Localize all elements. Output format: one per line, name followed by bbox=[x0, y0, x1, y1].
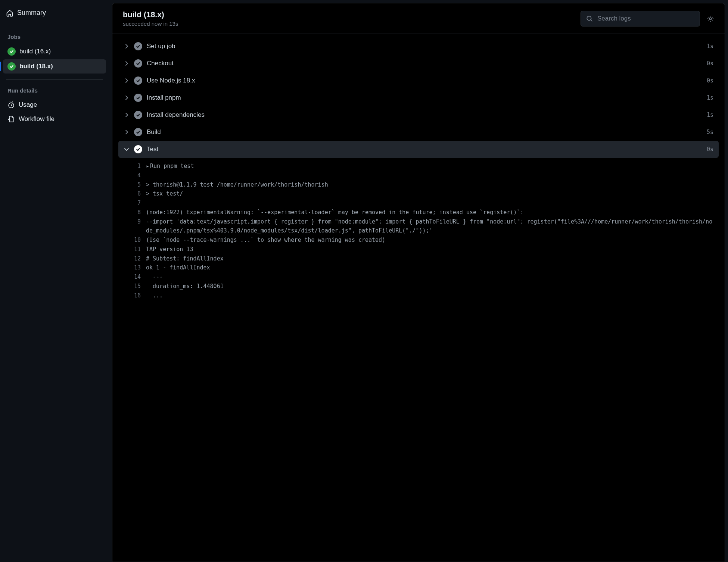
step-name: Build bbox=[147, 128, 702, 136]
search-icon bbox=[586, 15, 593, 22]
log-line-number: 5 bbox=[118, 180, 146, 190]
step-name: Install dependencies bbox=[147, 111, 702, 119]
log-line: 13ok 1 - findAllIndex bbox=[118, 263, 719, 272]
step-name: Install pnpm bbox=[147, 94, 702, 102]
success-icon bbox=[134, 128, 142, 136]
log-line: 1▸Run pnpm test bbox=[118, 162, 719, 171]
log-line: 7 bbox=[118, 199, 719, 208]
rundetails-item-workflow-file[interactable]: Workflow file bbox=[3, 112, 106, 126]
log-line: 14 --- bbox=[118, 272, 719, 282]
success-icon bbox=[7, 47, 16, 56]
log-line-number: 1 bbox=[118, 162, 146, 171]
log-line-text: > tsx test/ bbox=[146, 189, 719, 199]
chevron-right-icon bbox=[124, 43, 130, 49]
workflow-file-icon bbox=[7, 115, 15, 123]
chevron-right-icon bbox=[124, 112, 130, 118]
job-header: build (18.x) succeeded now in 13s bbox=[112, 3, 725, 34]
success-icon bbox=[134, 111, 142, 119]
sidebar-job-build-18-x-[interactable]: build (18.x) bbox=[3, 59, 106, 74]
log-line-text: TAP version 13 bbox=[146, 245, 719, 254]
chevron-right-icon bbox=[124, 60, 130, 66]
sidebar-item-summary[interactable]: Summary bbox=[3, 6, 106, 20]
log-line-number: 6 bbox=[118, 189, 146, 199]
log-line: 6> tsx test/ bbox=[118, 189, 719, 199]
log-line: 5> thorish@1.1.9 test /home/runner/work/… bbox=[118, 180, 719, 190]
step-install-pnpm[interactable]: Install pnpm 1s bbox=[118, 89, 719, 106]
log-line-text: > thorish@1.1.9 test /home/runner/work/t… bbox=[146, 180, 719, 190]
log-line-number: 12 bbox=[118, 254, 146, 263]
caret-right-icon: ▸ bbox=[146, 162, 149, 171]
log-line: 11TAP version 13 bbox=[118, 245, 719, 254]
step-name: Set up job bbox=[147, 43, 702, 50]
step-name: Use Node.js 18.x bbox=[147, 77, 702, 84]
log-line-text: duration_ms: 1.448061 bbox=[146, 282, 719, 291]
success-icon bbox=[134, 59, 142, 68]
stopwatch-icon bbox=[7, 101, 15, 109]
settings-button[interactable] bbox=[705, 13, 716, 24]
step-set-up-job[interactable]: Set up job 1s bbox=[118, 38, 719, 55]
log-line-number: 7 bbox=[118, 199, 146, 208]
step-time: 0s bbox=[707, 60, 713, 67]
step-time: 5s bbox=[707, 129, 713, 135]
chevron-right-icon bbox=[124, 78, 130, 84]
log-line: 16 ... bbox=[118, 291, 719, 300]
log-line-number: 9 bbox=[118, 217, 146, 236]
log-line-number: 16 bbox=[118, 291, 146, 300]
success-icon bbox=[7, 62, 16, 71]
sidebar-item-label: build (16.x) bbox=[19, 48, 51, 55]
svg-point-1 bbox=[587, 16, 591, 20]
sidebar-heading-jobs: Jobs bbox=[3, 32, 106, 44]
log-line-text: --- bbox=[146, 272, 719, 282]
search-input[interactable] bbox=[597, 15, 694, 23]
sidebar-item-label: Summary bbox=[17, 9, 46, 17]
step-time: 1s bbox=[707, 43, 713, 50]
sidebar-item-label: build (18.x) bbox=[19, 63, 53, 70]
chevron-down-icon bbox=[124, 146, 130, 152]
step-install-dependencies[interactable]: Install dependencies 1s bbox=[118, 106, 719, 124]
step-time: 1s bbox=[707, 94, 713, 101]
rundetails-label: Usage bbox=[19, 101, 37, 109]
job-log-panel: build (18.x) succeeded now in 13s bbox=[112, 3, 725, 562]
log-line-text: --import 'data:text/javascript,import { … bbox=[146, 217, 719, 236]
log-line-number: 14 bbox=[118, 272, 146, 282]
success-icon bbox=[134, 94, 142, 102]
step-name: Test bbox=[147, 146, 702, 153]
log-line-number: 11 bbox=[118, 245, 146, 254]
log-line: 10(Use `node --trace-warnings ...` to sh… bbox=[118, 235, 719, 245]
log-line: 4 bbox=[118, 171, 719, 180]
step-checkout[interactable]: Checkout 0s bbox=[118, 55, 719, 72]
svg-point-2 bbox=[709, 18, 712, 20]
success-icon bbox=[134, 42, 142, 50]
chevron-right-icon bbox=[124, 129, 130, 135]
home-icon bbox=[6, 9, 13, 17]
log-line-text bbox=[146, 171, 719, 180]
step-test[interactable]: Test 0s bbox=[118, 141, 719, 158]
log-line: 9--import 'data:text/javascript,import {… bbox=[118, 217, 719, 236]
success-icon bbox=[134, 145, 142, 153]
log-line-number: 8 bbox=[118, 208, 146, 217]
step-time: 0s bbox=[707, 146, 713, 153]
search-logs-wrap[interactable] bbox=[581, 11, 700, 26]
step-build[interactable]: Build 5s bbox=[118, 124, 719, 141]
step-time: 0s bbox=[707, 77, 713, 84]
step-time: 1s bbox=[707, 112, 713, 118]
log-line: 12# Subtest: findAllIndex bbox=[118, 254, 719, 263]
log-line-text: (Use `node --trace-warnings ...` to show… bbox=[146, 235, 719, 245]
log-line-number: 15 bbox=[118, 282, 146, 291]
log-line: 8(node:1922) ExperimentalWarning: `--exp… bbox=[118, 208, 719, 217]
log-line-text: ok 1 - findAllIndex bbox=[146, 263, 719, 272]
job-title: build (18.x) bbox=[123, 10, 178, 19]
step-use-node-js-18-x[interactable]: Use Node.js 18.x 0s bbox=[118, 72, 719, 89]
log-line-text: (node:1922) ExperimentalWarning: `--expe… bbox=[146, 208, 719, 217]
step-name: Checkout bbox=[147, 60, 702, 67]
log-line-text: ... bbox=[146, 291, 719, 300]
chevron-right-icon bbox=[124, 95, 130, 101]
sidebar-job-build-16-x-[interactable]: build (16.x) bbox=[3, 44, 106, 59]
log-line-number: 4 bbox=[118, 171, 146, 180]
log-line-text: # Subtest: findAllIndex bbox=[146, 254, 719, 263]
log-line-text bbox=[146, 199, 719, 208]
rundetails-item-usage[interactable]: Usage bbox=[3, 98, 106, 112]
log-line: 15 duration_ms: 1.448061 bbox=[118, 282, 719, 291]
divider bbox=[6, 79, 103, 80]
divider bbox=[6, 26, 103, 26]
